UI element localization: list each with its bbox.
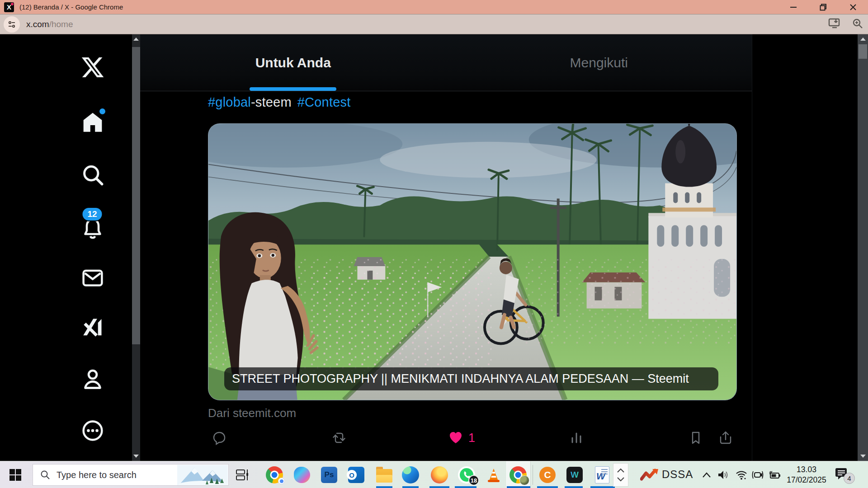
window-titlebar: X (12) Beranda / X - Google Chrome	[0, 0, 868, 14]
windows-taskbar: Type here to search Ps	[0, 461, 868, 488]
minimize-button[interactable]	[778, 0, 808, 14]
site-settings-button[interactable]	[4, 16, 20, 33]
sidebar-item-messages[interactable]	[79, 264, 107, 292]
sidebar-item-explore[interactable]	[79, 161, 107, 189]
window-title: (12) Beranda / X - Google Chrome	[19, 3, 123, 11]
url-field[interactable]: x.com/home	[26, 19, 73, 29]
sidebar-item-profile[interactable]	[79, 365, 107, 393]
taskbar-word-icon[interactable]: W	[593, 466, 611, 484]
taskbar-cryptotab-icon[interactable]: C	[538, 466, 557, 484]
sidebar-item-notifications[interactable]: 12	[79, 214, 107, 242]
taskbar-clock[interactable]: 13.03 17/02/2025	[783, 465, 830, 485]
taskbar-search-input[interactable]: Type here to search	[33, 464, 229, 486]
taskbar-webex-icon[interactable]: W	[566, 466, 584, 484]
taskbar-copilot-icon[interactable]	[293, 466, 311, 484]
clock-date: 17/02/2025	[783, 475, 830, 485]
inner-scrollbar-thumb[interactable]	[132, 47, 140, 344]
taskbar-outlook-icon[interactable]: O	[347, 466, 365, 484]
bookmark-button[interactable]	[688, 430, 703, 446]
dssa-logo-icon	[640, 468, 659, 482]
reply-icon	[212, 430, 227, 446]
whatsapp-badge: 18	[468, 475, 479, 486]
sidebar-item-x-logo[interactable]	[79, 53, 107, 81]
taskbar-edge-icon[interactable]	[401, 466, 420, 484]
word-label: W	[596, 471, 605, 482]
url-path: /home	[49, 19, 73, 29]
bookmark-icon	[688, 430, 703, 446]
hashtag-contest[interactable]: #Contest	[297, 95, 351, 109]
task-view-button[interactable]	[234, 467, 250, 483]
sidebar-item-home[interactable]	[79, 108, 107, 136]
tab-for-you-label: Untuk Anda	[255, 55, 331, 70]
cryptotab-label: C	[544, 469, 551, 480]
browser-addressbar: x.com/home	[0, 14, 868, 34]
close-button[interactable]	[838, 0, 868, 14]
taskbar-photoshop-icon[interactable]: Ps	[320, 466, 338, 484]
chrome-avatar	[519, 475, 529, 485]
notification-count-badge: 4	[844, 473, 855, 484]
share-icon	[718, 430, 733, 446]
volume-tray-icon[interactable]	[717, 469, 730, 480]
page-scroll-down-arrow[interactable]	[860, 455, 866, 458]
tray-expand-button[interactable]	[702, 471, 712, 479]
dssa-app-button[interactable]	[640, 468, 659, 482]
cryptotab-running-indicator	[537, 486, 558, 488]
windows-logo-icon	[9, 468, 22, 482]
timeline-tabs: Untuk Anda Mengikuti	[140, 34, 752, 91]
edge-running-indicator	[402, 486, 419, 488]
card-caption: STREET PHOTOGRAPHY || MENIKMATI INDAHNYA…	[224, 367, 718, 390]
repost-button[interactable]	[331, 430, 347, 446]
taskbar-whatsapp-icon[interactable]: 18	[458, 466, 476, 484]
sidebar-item-grok[interactable]	[79, 314, 107, 342]
notification-center-button[interactable]: 4	[835, 467, 850, 482]
chevron-down-icon	[617, 477, 625, 482]
wifi-tray-icon[interactable]	[735, 469, 748, 480]
active-tab-underline	[250, 87, 336, 91]
hashtag-global[interactable]: #global	[208, 95, 251, 109]
like-button[interactable]: 1	[448, 430, 475, 446]
taskbar-overflow-buttons[interactable]	[613, 463, 628, 487]
tune-icon	[7, 20, 16, 29]
tweet-text: #global-steem#Contest	[208, 95, 752, 110]
taskbar-chrome-icon[interactable]	[265, 466, 283, 484]
taskbar-chrome-active-icon[interactable]	[509, 466, 527, 484]
browser-viewport: 12	[0, 34, 868, 461]
taskbar-vlc-icon[interactable]	[485, 466, 503, 484]
restore-button[interactable]	[808, 0, 838, 14]
page-scroll-up-arrow[interactable]	[860, 38, 866, 41]
tweet-link-card[interactable]: STREET PHOTOGRAPHY || MENIKMATI INDAHNYA…	[208, 123, 737, 400]
taskbar-separator	[533, 465, 533, 485]
views-button[interactable]	[569, 430, 584, 446]
tab-following[interactable]: Mengikuti	[446, 34, 752, 91]
tab-for-you[interactable]: Untuk Anda	[140, 34, 446, 91]
tab-following-label: Mengikuti	[570, 55, 628, 70]
zoom-in-icon[interactable]	[852, 18, 863, 31]
inner-scroll-up-arrow[interactable]	[133, 38, 139, 41]
profile-icon	[81, 367, 104, 391]
start-button[interactable]	[7, 467, 24, 483]
home-unread-dot	[99, 108, 105, 114]
tweet-photo	[208, 124, 736, 400]
search-highlight-image[interactable]	[177, 465, 228, 485]
word-running-indicator	[590, 486, 615, 488]
battery-tray-icon[interactable]	[768, 469, 781, 480]
webex-running-indicator	[565, 486, 583, 488]
webcam-tray-icon[interactable]	[751, 469, 764, 480]
inner-scroll-down-arrow[interactable]	[133, 455, 139, 458]
reply-button[interactable]	[212, 430, 227, 446]
inner-scrollbar	[132, 34, 140, 461]
cast-to-device-icon[interactable]	[828, 18, 841, 31]
share-button[interactable]	[718, 430, 733, 446]
x-favicon: X	[4, 2, 14, 12]
dssa-label: DSSA	[662, 468, 693, 481]
taskbar-search-icon	[40, 469, 51, 480]
sidebar-item-more[interactable]	[79, 417, 107, 445]
x-timeline: Untuk Anda Mengikuti #global-steem#Conte…	[140, 34, 752, 461]
taskbar-firefox-icon[interactable]	[430, 466, 448, 484]
window-controls	[778, 0, 868, 14]
chrome-profile-badge	[278, 478, 285, 484]
taskbar-file-explorer-icon[interactable]	[375, 466, 393, 484]
card-source[interactable]: Dari steemit.com	[208, 406, 752, 420]
tray-chevron-icon	[702, 471, 712, 479]
page-scrollbar-thumb[interactable]	[859, 44, 867, 59]
